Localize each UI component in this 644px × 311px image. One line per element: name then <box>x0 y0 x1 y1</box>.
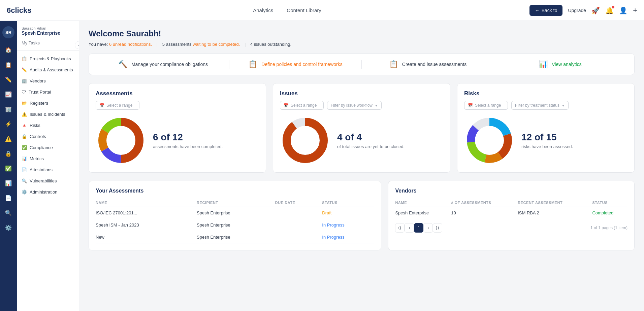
user-settings-icon[interactable]: 👤 <box>619 6 627 14</box>
pagination-page-1[interactable]: 1 <box>414 223 423 233</box>
user-avatar[interactable]: SR <box>2 26 14 38</box>
quick-actions-bar: 🔨 Manage your compliance obligations 📋 D… <box>89 54 635 75</box>
risks-card-title: Risks <box>464 90 627 97</box>
rocket-icon[interactable]: 🚀 <box>591 6 600 14</box>
panel-nav-projects[interactable]: 📋 Projects & Playbooks <box>17 53 79 64</box>
assessments-table-head: NAME RECIPIENT DUE DATE STATUS <box>96 199 374 207</box>
vulnerabilities-label: Vulnerabilities <box>30 178 57 183</box>
collapse-panel-button[interactable]: ‹ <box>75 41 79 49</box>
panel-nav-trust[interactable]: 🛡 Trust Portal <box>17 87 79 98</box>
vendor-col-status: STATUS <box>592 199 627 207</box>
issues-label: Issues & Incidents <box>30 112 65 117</box>
policies-action-icon: 📋 <box>248 60 257 69</box>
separator-2: | <box>245 42 246 47</box>
panel-nav-vendors[interactable]: 🏢 Vendors <box>17 75 79 87</box>
risks-stat: 12 of 15 risks have been assessed. <box>521 132 573 149</box>
vendors-header-row: NAME # OF ASSESSMENTS RECENT ASSESSMENT … <box>395 199 627 207</box>
assessments-table-body: ISO/IEC 27001:201... Spesh Enterprise Dr… <box>96 207 374 243</box>
vendors-icon: 🏢 <box>22 78 27 83</box>
panel-nav-controls[interactable]: 🔒 Controls <box>17 131 79 142</box>
panel-my-tasks[interactable]: My Tasks <box>17 38 79 47</box>
sidebar-icon-projects[interactable]: 📋 <box>2 59 14 71</box>
issues-filter-label: Select a range <box>291 103 317 108</box>
issues-card-title: Issues <box>280 90 443 97</box>
sidebar-icon-vulnerabilities[interactable]: 🔍 <box>2 207 14 219</box>
nav-content-library[interactable]: Content Library <box>287 7 321 13</box>
sidebar-icon-risks[interactable]: ⚠️ <box>2 133 14 145</box>
panel-nav-compliance[interactable]: ✅ Compliance <box>17 142 79 153</box>
add-button[interactable]: + <box>633 6 637 15</box>
panel-nav-attestations[interactable]: 📄 Attestations <box>17 164 79 175</box>
assessments-stat: 6 of 12 assessments have been completed. <box>153 132 223 149</box>
risks-treatment-filter[interactable]: Filter by treatment status ▼ <box>511 101 569 110</box>
assessment-status-1: Draft <box>322 207 374 219</box>
registers-icon: 📂 <box>22 101 27 106</box>
panel-nav-risks[interactable]: 🔺 Risks <box>17 120 79 131</box>
col-due-date: DUE DATE <box>275 199 322 207</box>
panel-nav-audits[interactable]: ✏️ Audits & Assessments <box>17 64 79 75</box>
pagination-last[interactable]: ⟩⟩ <box>433 223 442 233</box>
table-row[interactable]: ISO/IEC 27001:201... Spesh Enterprise Dr… <box>96 207 374 219</box>
sidebar-icon-audits[interactable]: ✏️ <box>2 73 14 85</box>
audits-icon: ✏️ <box>22 67 27 72</box>
issues-donut <box>280 115 330 166</box>
sidebar-icon-compliance[interactable]: ✅ <box>2 162 14 174</box>
panel-nav-issues[interactable]: ⚠️ Issues & Incidents <box>17 109 79 120</box>
issues-card-body: 4 of 4 of total issues are yet to be clo… <box>280 115 443 166</box>
subtitle-prefix: You have: <box>89 42 108 47</box>
col-name: NAME <box>96 199 197 207</box>
sidebar-icon-issues[interactable]: ⚡ <box>2 118 14 130</box>
pagination-next[interactable]: › <box>423 223 433 233</box>
assessments-date-filter[interactable]: 📅 Select a range <box>96 101 139 110</box>
risks-filter-label: Select a range <box>475 103 501 108</box>
vendors-data-table: NAME # OF ASSESSMENTS RECENT ASSESSMENT … <box>395 199 627 219</box>
issues-workflow-filter[interactable]: Filter by issue workflow ▼ <box>327 101 382 110</box>
table-row[interactable]: Spesh Enterprise 10 ISM RBA 2 Completed <box>395 207 627 219</box>
table-row[interactable]: New Spesh Enterprise In Progress <box>96 231 374 243</box>
panel-nav-administration[interactable]: ⚙️ Administration <box>17 186 79 198</box>
vendors-table: Vendors NAME # OF ASSESSMENTS RECENT ASS… <box>388 181 635 250</box>
sidebar-icon-graph[interactable]: 📈 <box>2 88 14 100</box>
qa-compliance[interactable]: 🔨 Manage your compliance obligations <box>97 60 229 69</box>
risks-calendar-icon: 📅 <box>468 103 473 108</box>
admin-label: Administration <box>30 189 57 195</box>
qa-assessments[interactable]: 📋 Create and issue assessments <box>361 60 494 69</box>
left-panel: Saurabh Rihan Spesh Enterprise My Tasks … <box>17 21 79 311</box>
bottom-row: Your Assessments NAME RECIPIENT DUE DATE… <box>89 181 635 250</box>
panel-nav-registers[interactable]: 📂 Registers <box>17 98 79 109</box>
risks-date-filter[interactable]: 📅 Select a range <box>464 101 508 110</box>
sidebar-icon-attestations[interactable]: 📄 <box>2 192 14 204</box>
sidebar-icon-home[interactable]: 🏠 <box>2 44 14 56</box>
assessments-donut-svg <box>96 115 146 166</box>
nav-right: ← Back to Upgrade 🚀 🔔 👤 + <box>529 5 637 16</box>
issues-date-filter[interactable]: 📅 Select a range <box>280 101 324 110</box>
sidebar-icon-metrics[interactable]: 📊 <box>2 177 14 189</box>
qa-policies[interactable]: 📋 Define policies and control frameworks <box>229 60 361 69</box>
qa-analytics[interactable]: 📊 View analytics <box>494 60 626 69</box>
assessment-due-2 <box>275 219 322 231</box>
back-button[interactable]: ← Back to <box>529 5 563 16</box>
assessments-action-icon: 📋 <box>389 60 398 69</box>
table-row[interactable]: Spesh ISM - Jan 2023 Spesh Enterprise In… <box>96 219 374 231</box>
panel-nav-vulnerabilities[interactable]: 🔍 Vulnerabilities <box>17 175 79 186</box>
analytics-action-icon: 📊 <box>539 60 548 69</box>
assessment-status-2: In Progress <box>322 219 374 231</box>
pagination-prev[interactable]: ‹ <box>405 223 414 233</box>
sidebar-icon-admin[interactable]: ⚙️ <box>2 221 14 234</box>
risks-filters: 📅 Select a range Filter by treatment sta… <box>464 101 627 110</box>
assessments-card-title: Assessments <box>96 90 259 97</box>
panel-user: Saurabh Rihan Spesh Enterprise <box>17 21 79 38</box>
issues-stat: 4 of 4 of total issues are yet to be clo… <box>337 132 405 149</box>
assessments-card: Assessments 📅 Select a range <box>89 83 266 173</box>
pagination-first[interactable]: ⟨⟨ <box>395 223 405 233</box>
sidebar-icon-controls[interactable]: 🔒 <box>2 147 14 160</box>
panel-nav-metrics[interactable]: 📊 Metrics <box>17 153 79 164</box>
sidebar-icon-vendors[interactable]: 🏢 <box>2 103 14 115</box>
assessments-filter-label: Select a range <box>106 103 132 108</box>
risks-filter-label-2: Filter by treatment status <box>515 103 559 108</box>
trust-icon: 🛡 <box>22 90 26 95</box>
nav-analytics[interactable]: Analytics <box>253 7 273 13</box>
notifications-icon[interactable]: 🔔 <box>605 6 614 14</box>
back-label: Back to <box>542 8 557 13</box>
upgrade-button[interactable]: Upgrade <box>568 8 586 13</box>
